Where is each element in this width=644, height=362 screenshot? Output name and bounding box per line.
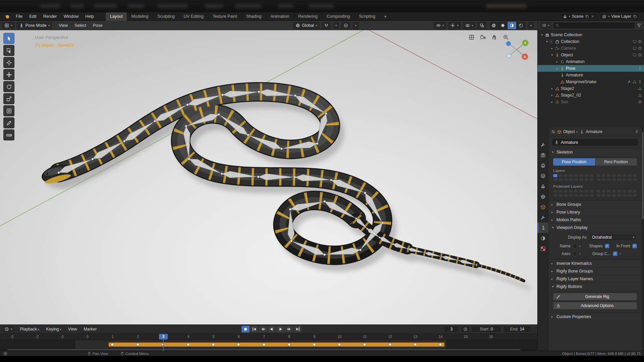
armature-layer-cell[interactable] (627, 178, 632, 181)
armature-bones[interactable] (58, 89, 477, 265)
armature-layer-cell[interactable] (569, 174, 573, 177)
bone-joint[interactable] (323, 200, 325, 202)
pin-icon[interactable] (635, 130, 639, 134)
properties-tab-modifiers[interactable] (538, 212, 548, 223)
armature-layer-cell[interactable] (558, 178, 562, 181)
animate-dot-icon[interactable]: • (620, 252, 621, 256)
armature-layer-cell[interactable] (589, 174, 594, 177)
tool-annotate[interactable] (3, 117, 14, 128)
viewport-hand-button[interactable] (490, 33, 498, 41)
checkbox-group-c[interactable]: ✓ (613, 251, 618, 256)
navigation-gizmo[interactable]: Y X (506, 40, 529, 60)
armature-layer-cell[interactable] (617, 178, 621, 181)
armature-layer-cell[interactable] (584, 178, 589, 181)
armature-layer-cell[interactable] (622, 174, 627, 177)
armature-layer-cell[interactable] (574, 178, 578, 181)
bone-joint[interactable] (325, 113, 327, 115)
armature-layer-cell[interactable] (606, 190, 611, 193)
transform-orientation-dropdown[interactable]: Global ▾ (293, 22, 320, 29)
armature-layer-cell[interactable] (612, 190, 616, 193)
auto-key-button[interactable] (241, 326, 250, 333)
shading-rendered[interactable] (517, 22, 526, 29)
proportional-edit-dropdown[interactable]: ▾ (353, 22, 359, 29)
timeline-menu-marker[interactable]: Marker (80, 325, 100, 333)
bone-joint[interactable] (316, 142, 318, 144)
armature-layer-cell[interactable] (589, 190, 594, 193)
properties-tab-material[interactable] (538, 233, 548, 243)
armature-layer-cell[interactable] (574, 190, 578, 193)
shading-wireframe[interactable] (489, 22, 498, 29)
bone-joint[interactable] (154, 120, 156, 122)
gizmo-neg-axis[interactable] (507, 54, 511, 58)
viewport-camera-button[interactable] (479, 33, 487, 41)
workspace-tab-compositing[interactable]: Compositing (322, 12, 355, 21)
armature-layer-cell[interactable] (564, 190, 568, 193)
armature-layer-cell[interactable] (617, 174, 621, 177)
armature-layer-cell[interactable] (589, 178, 594, 181)
armature-layer-cell[interactable] (584, 174, 589, 177)
bone-joint[interactable] (92, 158, 94, 160)
bone-joint[interactable] (123, 140, 125, 142)
armature-layer-cell[interactable] (564, 178, 568, 181)
bone-joint[interactable] (476, 264, 477, 265)
armature-layer-cell[interactable] (606, 174, 611, 177)
properties-tab-output[interactable] (538, 160, 548, 171)
armature-layer-cell[interactable] (612, 174, 616, 177)
viewport-3d[interactable]: Y X User Perspective (3) Object : Spine2… (0, 30, 537, 324)
checkbox-in-front[interactable]: ✓ (632, 244, 637, 248)
timeline-ruler[interactable]: -3-2-1012345678910111213141516 (0, 334, 537, 340)
viewport-menu-view[interactable]: View (55, 22, 71, 29)
playhead-frame-label[interactable]: 3 (159, 334, 168, 340)
timeline-menu-playback[interactable]: Playback ▾ (17, 325, 43, 333)
outliner-row-animation[interactable]: ▸Animation (538, 58, 644, 65)
editor-type-button[interactable]: ▾ (2, 22, 15, 29)
outliner-row-camera[interactable]: ▸Camera (538, 45, 644, 52)
workspace-tab-uv-editing[interactable]: UV Editing (179, 12, 208, 21)
bone-joint[interactable] (424, 252, 425, 253)
outliner-row-armature[interactable]: Armature (538, 72, 644, 78)
armature-layer-cell[interactable] (564, 174, 568, 177)
checkbox-name[interactable] (573, 244, 577, 248)
armature-layer-cell[interactable] (606, 194, 611, 197)
snap-dropdown[interactable]: ▾ (333, 22, 339, 29)
timeline-menu-view[interactable]: View (65, 325, 80, 333)
bone-joint[interactable] (364, 192, 366, 194)
triangle-down-icon[interactable]: ▼ (540, 33, 544, 37)
outliner-row-scene-collection[interactable]: ▼Scene Collection (538, 32, 644, 38)
display-as-dropdown[interactable]: Octahedral ▾ (589, 234, 637, 241)
armature-layer-cell[interactable] (617, 190, 621, 193)
armature-layer-cell[interactable] (612, 178, 616, 181)
breadcrumb-data[interactable]: Armature (586, 129, 602, 134)
bone-joint[interactable] (247, 134, 249, 136)
properties-tab-tool[interactable] (538, 139, 548, 150)
section-rigify-layer-names[interactable]: ▸Rigify Layer Names (548, 275, 642, 283)
jump-start-button[interactable] (250, 326, 258, 333)
armature-layer-cell[interactable] (569, 190, 573, 193)
section-bone-groups[interactable]: ▸Bone Groups (548, 200, 642, 208)
triangle-right-icon[interactable]: ▸ (550, 100, 554, 104)
checkbox-axes[interactable] (573, 251, 577, 256)
armature-layer-cell[interactable] (633, 194, 637, 197)
armature-layer-cell[interactable] (579, 194, 583, 197)
armature-layer-cell[interactable] (579, 190, 583, 193)
overlays-dropdown[interactable]: ▾ (463, 22, 476, 29)
workspace-tab-texture-paint[interactable]: Texture Paint (208, 12, 242, 21)
bone-joint[interactable] (330, 179, 332, 181)
gizmos-dropdown[interactable]: ▾ (448, 22, 461, 29)
armature-layer-cell[interactable] (579, 174, 583, 177)
viewport-zoom-button[interactable] (501, 33, 510, 41)
workspace-tab-layout[interactable]: Layout (106, 12, 127, 21)
armature-layer-cell[interactable] (596, 178, 601, 181)
bone-joint[interactable] (294, 176, 296, 178)
timeline-track[interactable] (0, 340, 537, 349)
armature-layer-cell[interactable] (584, 190, 589, 193)
section-inverse-kinematics[interactable]: ▸Inverse Kinematics (548, 259, 642, 267)
bone-joint[interactable] (359, 249, 361, 251)
viewport-menu-select[interactable]: Select (71, 22, 90, 29)
armature-layer-cell[interactable] (589, 194, 594, 197)
properties-tab-scene[interactable] (538, 181, 548, 191)
bone-joint[interactable] (257, 176, 259, 178)
proportional-edit-toggle[interactable] (341, 22, 351, 29)
armature-layer-cell[interactable] (627, 194, 632, 197)
armature-layer-cell[interactable] (553, 174, 557, 177)
